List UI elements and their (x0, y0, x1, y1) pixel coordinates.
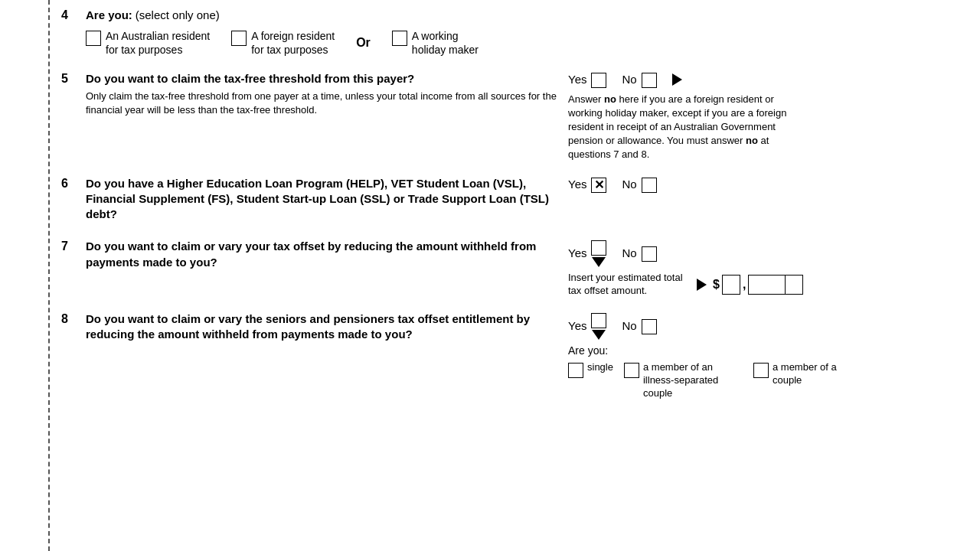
q8-left: Do you want to claim or vary the seniors… (86, 311, 560, 346)
q5-note: Answer no here if you are a foreign resi… (568, 93, 805, 162)
q7-box2[interactable] (748, 275, 766, 295)
q8-option-couple[interactable]: a member of a couple (753, 361, 841, 387)
q7-insert-label: Insert your estimated total tax offset a… (568, 272, 691, 298)
q5-no-checkbox[interactable] (642, 73, 657, 88)
q8-single-label: single (587, 361, 613, 373)
q8-yes[interactable]: Yes (568, 311, 606, 340)
q8-title: Do you want to claim or vary the seniors… (86, 311, 560, 343)
q5-yes-label: Yes (568, 73, 586, 86)
q6-number: 6 (61, 176, 86, 191)
q8-illness-checkbox[interactable] (624, 363, 639, 378)
question-4: 4 Are you: (select only one) An Australi… (61, 8, 969, 57)
q5-title: Do you want to claim the tax-free thresh… (86, 71, 560, 86)
q8-no-checkbox[interactable] (642, 319, 657, 334)
q7-amount-boxes: $ , (713, 275, 803, 295)
q7-comma: , (743, 278, 746, 292)
q7-box1[interactable] (722, 275, 740, 295)
q4-title: Are you: (86, 8, 132, 21)
q7-no-label: No (622, 246, 636, 259)
question-8: 8 Do you want to claim or vary the senio… (61, 311, 969, 400)
q5-no[interactable]: No (622, 71, 656, 88)
q6-title: Do you have a Higher Education Loan Prog… (86, 176, 560, 223)
q8-yes-arrow (592, 330, 606, 340)
q6-yes-label: Yes (568, 178, 586, 191)
q5-yes[interactable]: Yes (568, 71, 606, 88)
q6-yes-checkbox[interactable]: ✕ (591, 178, 606, 193)
q4-or: Or (356, 36, 371, 50)
q4-option3-checkbox[interactable] (392, 31, 407, 46)
q7-right: Yes No Insert your estimated total (560, 239, 969, 298)
q8-couple-label: a member of a couple (773, 361, 841, 387)
q5-no-label: No (622, 73, 636, 86)
q8-no-label: No (622, 319, 636, 332)
q8-option-single[interactable]: single (568, 361, 613, 378)
q5-yes-checkbox[interactable] (591, 73, 606, 88)
q8-option-illness[interactable]: a member of an illness-separated couple (624, 361, 743, 400)
q5-left: Do you want to claim the tax-free thresh… (86, 71, 560, 118)
question-5: 5 Do you want to claim the tax-free thre… (61, 71, 969, 162)
question-6: 6 Do you have a Higher Education Loan Pr… (61, 176, 969, 226)
q4-number: 4 (61, 8, 86, 22)
q7-yes-arrow (592, 257, 606, 267)
q8-no[interactable]: No (622, 318, 656, 334)
q7-box3[interactable] (766, 275, 785, 295)
q7-title: Do you want to claim or vary your tax of… (86, 239, 560, 270)
q8-single-checkbox[interactable] (568, 363, 583, 378)
left-border (0, 0, 50, 551)
q8-couple-checkbox[interactable] (753, 363, 769, 378)
q7-left: Do you want to claim or vary your tax of… (86, 239, 560, 273)
q4-option2-checkbox[interactable] (231, 31, 247, 46)
q4-option3[interactable]: A working holiday maker (392, 29, 479, 57)
q7-no[interactable]: No (622, 245, 656, 262)
q7-dollar: $ (713, 278, 720, 292)
q4-option3-label: A working holiday maker (412, 29, 479, 57)
q8-number: 8 (61, 311, 86, 326)
q4-option1[interactable]: An Australian resident for tax purposes (86, 29, 210, 57)
question-7: 7 Do you want to claim or vary your tax … (61, 239, 969, 298)
q5-number: 5 (61, 71, 86, 86)
q6-left: Do you have a Higher Education Loan Prog… (86, 176, 560, 226)
q4-option2-label: A foreign resident for tax purposes (251, 29, 335, 57)
q8-right: Yes No Are you: (560, 311, 969, 400)
q6-no-label: No (622, 178, 636, 191)
q5-right: Yes No Answer no here if you are a forei… (560, 71, 969, 162)
q7-insert-arrow (697, 279, 707, 291)
q4-subtitle: (select only one) (136, 8, 220, 21)
q4-option1-label: An Australian resident for tax purposes (106, 29, 210, 57)
q4-option1-checkbox[interactable] (86, 31, 101, 46)
q8-yes-label: Yes (568, 319, 586, 332)
q7-yes-label: Yes (568, 246, 586, 259)
q5-subtext: Only claim the tax-free threshold from o… (86, 90, 560, 117)
q6-no[interactable]: No (622, 176, 656, 193)
q8-illness-label: a member of an illness-separated couple (643, 361, 743, 400)
q5-arrow (672, 73, 682, 86)
q7-no-checkbox[interactable] (642, 246, 657, 262)
q4-option2[interactable]: A foreign resident for tax purposes (231, 29, 335, 57)
q8-yes-checkbox[interactable] (591, 313, 606, 328)
q7-number: 7 (61, 239, 86, 253)
q6-yes[interactable]: Yes ✕ (568, 176, 606, 193)
q7-box4[interactable] (785, 275, 803, 295)
q8-are-you-label: Are you: (568, 344, 608, 357)
q7-yes-checkbox[interactable] (591, 240, 606, 256)
q7-yes[interactable]: Yes (568, 239, 606, 267)
q6-no-checkbox[interactable] (642, 178, 657, 193)
q6-right: Yes ✕ No (560, 176, 969, 193)
